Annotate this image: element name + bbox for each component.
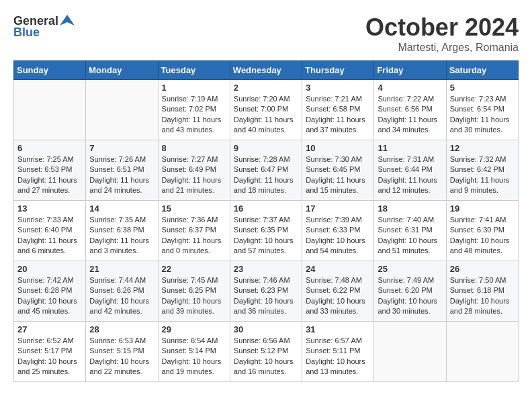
cell-content: Sunrise: 7:32 AM Sunset: 6:42 PM Dayligh… [450,154,515,196]
day-number: 31 [306,324,370,334]
calendar-cell: 23Sunrise: 7:46 AM Sunset: 6:23 PM Dayli… [230,261,302,322]
day-number: 14 [89,203,154,214]
calendar-cell [446,322,518,382]
day-number: 21 [89,264,154,274]
day-number: 19 [450,203,515,214]
cell-content: Sunrise: 7:27 AM Sunset: 6:49 PM Dayligh… [162,154,226,196]
calendar-cell: 1Sunrise: 7:19 AM Sunset: 7:02 PM Daylig… [158,80,230,140]
cell-content: Sunrise: 7:23 AM Sunset: 6:54 PM Dayligh… [450,94,515,136]
calendar-cell: 11Sunrise: 7:31 AM Sunset: 6:44 PM Dayli… [374,140,446,201]
calendar-cell [374,322,446,382]
day-number: 20 [17,264,82,274]
calendar-cell: 4Sunrise: 7:22 AM Sunset: 6:56 PM Daylig… [374,80,446,140]
day-number: 23 [234,264,298,274]
weekday-header-sunday: Sunday [14,61,86,80]
calendar-cell: 16Sunrise: 7:37 AM Sunset: 6:35 PM Dayli… [230,201,302,261]
cell-content: Sunrise: 7:41 AM Sunset: 6:30 PM Dayligh… [450,215,515,257]
day-number: 1 [162,83,226,93]
cell-content: Sunrise: 7:37 AM Sunset: 6:35 PM Dayligh… [234,215,298,257]
month-title: October 2024 [365,13,519,42]
calendar-week-1: 1Sunrise: 7:19 AM Sunset: 7:02 PM Daylig… [14,80,519,140]
cell-content: Sunrise: 7:45 AM Sunset: 6:25 PM Dayligh… [162,275,226,317]
calendar-table: SundayMondayTuesdayWednesdayThursdayFrid… [13,60,519,382]
calendar-week-5: 27Sunrise: 6:52 AM Sunset: 5:17 PM Dayli… [14,322,519,382]
calendar-cell: 5Sunrise: 7:23 AM Sunset: 6:54 PM Daylig… [446,80,518,140]
weekday-header-monday: Monday [86,61,158,80]
header: General Blue October 2024 Martesti, Arge… [13,13,519,54]
day-number: 29 [162,324,226,334]
cell-content: Sunrise: 7:19 AM Sunset: 7:02 PM Dayligh… [162,94,226,136]
day-number: 11 [378,143,442,153]
calendar-cell: 25Sunrise: 7:49 AM Sunset: 6:20 PM Dayli… [374,261,446,322]
day-number: 25 [378,264,442,274]
calendar-cell [14,80,86,140]
cell-content: Sunrise: 7:35 AM Sunset: 6:38 PM Dayligh… [89,215,154,257]
calendar-cell: 28Sunrise: 6:53 AM Sunset: 5:15 PM Dayli… [86,322,158,382]
weekday-header-tuesday: Tuesday [158,61,230,80]
svg-marker-0 [60,15,75,26]
cell-content: Sunrise: 7:33 AM Sunset: 6:40 PM Dayligh… [17,215,82,257]
cell-content: Sunrise: 7:39 AM Sunset: 6:33 PM Dayligh… [306,215,370,257]
calendar-cell: 20Sunrise: 7:42 AM Sunset: 6:28 PM Dayli… [14,261,86,322]
calendar-cell: 19Sunrise: 7:41 AM Sunset: 6:30 PM Dayli… [446,201,518,261]
day-number: 30 [234,324,298,334]
weekday-header-wednesday: Wednesday [230,61,302,80]
cell-content: Sunrise: 7:21 AM Sunset: 6:58 PM Dayligh… [306,94,370,136]
title-area: October 2024 Martesti, Arges, Romania [365,13,519,54]
cell-content: Sunrise: 6:57 AM Sunset: 5:11 PM Dayligh… [306,336,370,377]
cell-content: Sunrise: 7:42 AM Sunset: 6:28 PM Dayligh… [17,275,82,317]
day-number: 10 [306,143,370,153]
day-number: 2 [234,83,298,93]
calendar-cell: 7Sunrise: 7:26 AM Sunset: 6:51 PM Daylig… [86,140,158,201]
day-number: 9 [234,143,298,153]
calendar-cell: 17Sunrise: 7:39 AM Sunset: 6:33 PM Dayli… [302,201,374,261]
calendar-cell: 26Sunrise: 7:50 AM Sunset: 6:18 PM Dayli… [446,261,518,322]
cell-content: Sunrise: 6:52 AM Sunset: 5:17 PM Dayligh… [17,336,82,377]
day-number: 12 [450,143,515,153]
day-number: 26 [450,264,515,274]
calendar-cell: 27Sunrise: 6:52 AM Sunset: 5:17 PM Dayli… [14,322,86,382]
day-number: 5 [450,83,515,93]
cell-content: Sunrise: 6:56 AM Sunset: 5:12 PM Dayligh… [234,336,298,377]
logo-bird-icon [60,13,75,28]
day-number: 28 [89,324,154,334]
cell-content: Sunrise: 7:31 AM Sunset: 6:44 PM Dayligh… [378,154,442,196]
day-number: 13 [17,203,82,214]
cell-content: Sunrise: 7:25 AM Sunset: 6:53 PM Dayligh… [17,154,82,196]
calendar-cell: 2Sunrise: 7:20 AM Sunset: 7:00 PM Daylig… [230,80,302,140]
calendar-week-4: 20Sunrise: 7:42 AM Sunset: 6:28 PM Dayli… [14,261,519,322]
cell-content: Sunrise: 7:50 AM Sunset: 6:18 PM Dayligh… [450,275,515,317]
calendar-cell: 8Sunrise: 7:27 AM Sunset: 6:49 PM Daylig… [158,140,230,201]
calendar-cell [86,80,158,140]
calendar-cell: 24Sunrise: 7:48 AM Sunset: 6:22 PM Dayli… [302,261,374,322]
day-number: 3 [306,83,370,93]
weekday-header-saturday: Saturday [446,61,518,80]
day-number: 16 [234,203,298,214]
cell-content: Sunrise: 7:44 AM Sunset: 6:26 PM Dayligh… [89,275,154,317]
weekday-header-friday: Friday [374,61,446,80]
calendar-cell: 3Sunrise: 7:21 AM Sunset: 6:58 PM Daylig… [302,80,374,140]
calendar-cell: 29Sunrise: 6:54 AM Sunset: 5:14 PM Dayli… [158,322,230,382]
cell-content: Sunrise: 7:40 AM Sunset: 6:31 PM Dayligh… [378,215,442,257]
calendar-cell: 6Sunrise: 7:25 AM Sunset: 6:53 PM Daylig… [14,140,86,201]
cell-content: Sunrise: 7:26 AM Sunset: 6:51 PM Dayligh… [89,154,154,196]
day-number: 15 [162,203,226,214]
calendar-cell: 30Sunrise: 6:56 AM Sunset: 5:12 PM Dayli… [230,322,302,382]
day-number: 8 [162,143,226,153]
calendar-cell: 13Sunrise: 7:33 AM Sunset: 6:40 PM Dayli… [14,201,86,261]
calendar-cell: 18Sunrise: 7:40 AM Sunset: 6:31 PM Dayli… [374,201,446,261]
calendar-cell: 14Sunrise: 7:35 AM Sunset: 6:38 PM Dayli… [86,201,158,261]
calendar-cell: 15Sunrise: 7:36 AM Sunset: 6:37 PM Dayli… [158,201,230,261]
cell-content: Sunrise: 7:28 AM Sunset: 6:47 PM Dayligh… [234,154,298,196]
day-number: 22 [162,264,226,274]
calendar-week-2: 6Sunrise: 7:25 AM Sunset: 6:53 PM Daylig… [14,140,519,201]
cell-content: Sunrise: 7:30 AM Sunset: 6:45 PM Dayligh… [306,154,370,196]
logo: General Blue [13,13,75,40]
day-number: 18 [378,203,442,214]
calendar-cell: 9Sunrise: 7:28 AM Sunset: 6:47 PM Daylig… [230,140,302,201]
day-number: 4 [378,83,442,93]
weekday-header-row: SundayMondayTuesdayWednesdayThursdayFrid… [14,61,519,80]
calendar-cell: 21Sunrise: 7:44 AM Sunset: 6:26 PM Dayli… [86,261,158,322]
location-subtitle: Martesti, Arges, Romania [365,42,519,54]
day-number: 6 [17,143,82,153]
